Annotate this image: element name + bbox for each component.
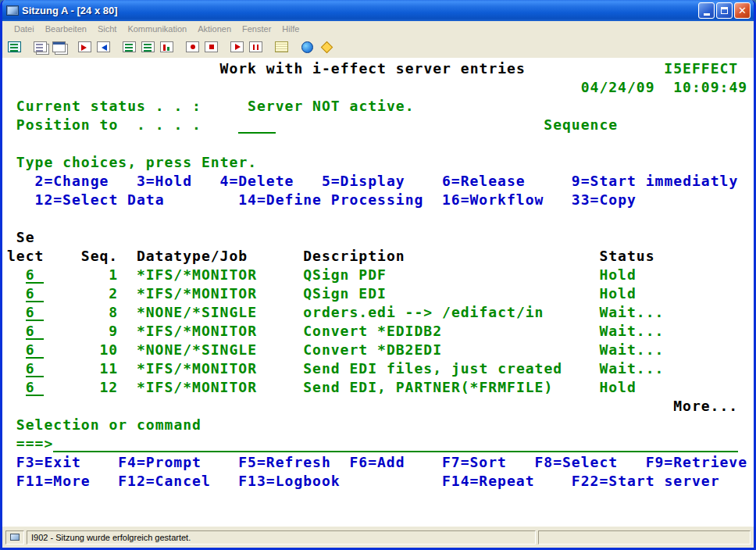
stop-macro-icon[interactable]: [202, 38, 221, 56]
fkey-f9-retrieve: F9=Retrieve: [646, 453, 747, 472]
receive-file-icon[interactable]: [94, 38, 113, 56]
column-header-seq: Seq.: [81, 247, 118, 266]
seq-cell: 2: [109, 284, 118, 303]
seq-cell: 12: [100, 378, 119, 397]
description-cell: Send EDI, PARTNER(*FRMFILE): [303, 378, 553, 397]
select-input[interactable]: 6: [26, 378, 45, 397]
command-prompt: ===>: [16, 434, 53, 453]
seq-cell: 9: [109, 322, 118, 341]
paste-icon[interactable]: [50, 38, 69, 56]
datatype-cell: *IFS/*MONITOR: [137, 359, 257, 378]
toolbar-separator: [291, 38, 298, 55]
status-cell: Wait...: [599, 303, 664, 322]
select-input[interactable]: 6: [26, 341, 45, 359]
description-cell: Convert *EDIDB2: [303, 322, 442, 341]
position-to-input[interactable]: [238, 116, 275, 134]
send-file-icon[interactable]: [76, 38, 94, 56]
minimize-button[interactable]: [698, 2, 715, 19]
status-cell: Wait...: [599, 322, 664, 341]
column-header-status: Status: [599, 247, 654, 266]
option-2-change: 2=Change: [35, 172, 109, 191]
column-header-description: Description: [303, 247, 405, 266]
graphics-chart-icon[interactable]: [158, 38, 177, 56]
close-icon: ✕: [738, 5, 747, 16]
toolbar: [2, 36, 754, 58]
select-input[interactable]: 6: [26, 359, 45, 378]
column-header-select-1: Se: [16, 228, 35, 247]
datatype-cell: *IFS/*MONITOR: [137, 284, 257, 303]
option-4-delete: 4=Delete: [220, 172, 294, 191]
toolbar-separator: [177, 38, 184, 55]
status-cell: Hold: [599, 378, 636, 397]
datatype-cell: *IFS/*MONITOR: [137, 322, 257, 341]
fkey-f22-start-server: F22=Start server: [572, 472, 720, 491]
session-window-icon[interactable]: [120, 38, 139, 56]
window-controls: ✕: [698, 2, 751, 19]
internet-globe-icon[interactable]: [298, 38, 317, 56]
pause-macro-icon[interactable]: [247, 38, 266, 56]
close-button[interactable]: ✕: [734, 2, 751, 19]
tags-icon[interactable]: [317, 38, 336, 56]
menu-hilfe[interactable]: Hilfe: [276, 23, 305, 35]
menu-datei[interactable]: Datei: [9, 23, 40, 35]
status-cell: Wait...: [599, 341, 664, 359]
column-header-datatype: Datatype/Job: [137, 247, 248, 266]
seq-cell: 10: [100, 341, 119, 359]
new-session-icon[interactable]: [5, 38, 24, 56]
fkey-f5-refresh: F5=Refresh: [238, 453, 331, 472]
status-right-panel: [538, 530, 751, 545]
datatype-cell: *IFS/*MONITOR: [137, 378, 257, 397]
option-33-copy: 33=Copy: [572, 191, 637, 209]
terminal-screen[interactable]: Work with i-effect server entriesI5EFFEC…: [2, 58, 754, 526]
toolbar-separator: [266, 38, 273, 55]
column-header-select-2: lect: [7, 247, 44, 266]
status-message: I902 - Sitzung wurde erfolgreich gestart…: [27, 530, 536, 545]
menu-kommunikation[interactable]: Kommunikation: [122, 23, 192, 35]
fkey-f8-select: F8=Select: [534, 453, 618, 472]
menu-bearbeiten[interactable]: Bearbeiten: [40, 23, 92, 35]
select-input[interactable]: 6: [26, 303, 45, 322]
menu-bar: DateiBearbeitenSichtKommunikationAktione…: [2, 21, 754, 36]
session-status-icon: [10, 534, 20, 541]
toolbar-separator: [24, 38, 31, 55]
seq-cell: 8: [109, 303, 118, 322]
instruction-text: Type choices, press Enter.: [16, 153, 257, 172]
select-input[interactable]: 6: [26, 266, 45, 284]
menu-aktionen[interactable]: Aktionen: [192, 23, 237, 35]
more-indicator: More...: [673, 397, 738, 416]
command-input[interactable]: [53, 434, 738, 453]
option-5-display: 5=Display: [322, 172, 405, 191]
datatype-cell: *IFS/*MONITOR: [137, 266, 257, 284]
description-cell: QSign PDF: [303, 266, 387, 284]
maximize-button[interactable]: [716, 2, 733, 19]
notepad-icon[interactable]: [273, 38, 291, 56]
option-14-define-processing: 14=Define Processing: [238, 191, 423, 209]
description-cell: Convert *DB2EDI: [303, 341, 442, 359]
select-input[interactable]: 6: [26, 284, 45, 303]
menu-fenster[interactable]: Fenster: [237, 23, 276, 35]
select-input[interactable]: 6: [26, 322, 45, 341]
fkey-f11-more: F11=More: [16, 472, 91, 491]
toolbar-separator: [221, 38, 228, 55]
fkey-f12-cancel: F12=Cancel: [118, 472, 211, 491]
date-time: 04/24/09 10:09:49: [581, 78, 747, 97]
description-cell: QSign EDI: [303, 284, 387, 303]
app-window: Sitzung A - [24 x 80] ✕ DateiBearbeitenS…: [0, 0, 756, 550]
option-3-hold: 3=Hold: [137, 172, 192, 191]
option-9-start: 9=Start immediatly: [572, 172, 738, 191]
toolbar-separator: [69, 38, 76, 55]
record-macro-icon[interactable]: [184, 38, 202, 56]
toolbar-separator: [113, 38, 120, 55]
fkey-f3-exit: F3=Exit: [16, 453, 81, 472]
system-name: I5EFFECT: [664, 59, 738, 78]
menu-sicht[interactable]: Sicht: [92, 23, 122, 35]
play-macro-icon[interactable]: [228, 38, 247, 56]
option-12-select-data: 12=Select Data: [35, 191, 165, 209]
copy-icon[interactable]: [31, 38, 50, 56]
active-sessions-icon[interactable]: [139, 38, 158, 56]
seq-cell: 11: [100, 359, 119, 378]
status-cell: Wait...: [599, 359, 664, 378]
title-bar[interactable]: Sitzung A - [24 x 80] ✕: [2, 0, 754, 21]
server-status-value: Server NOT active.: [248, 97, 414, 116]
datatype-cell: *NONE/*SINGLE: [137, 303, 257, 322]
